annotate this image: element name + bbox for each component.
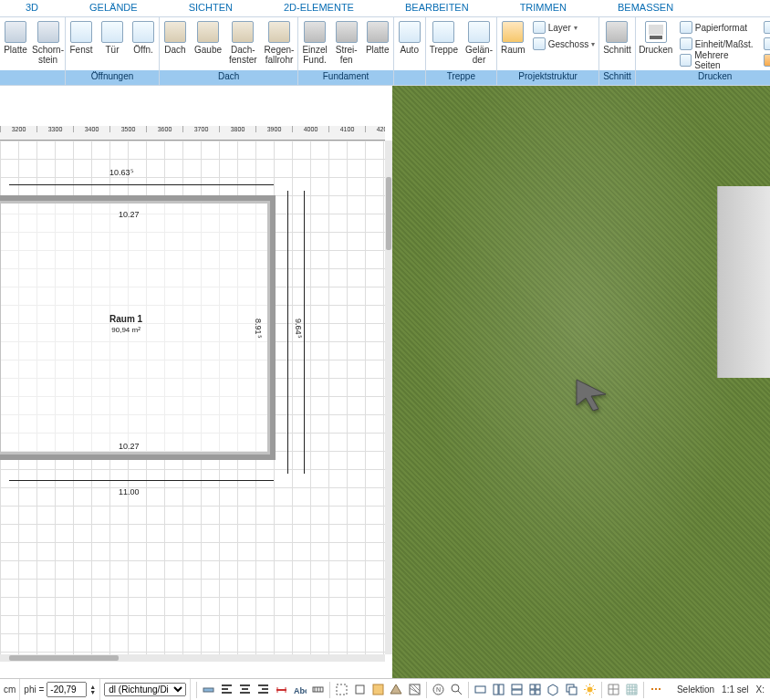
schnitt-button[interactable]: Schnitt — [599, 17, 635, 55]
streifenfundament-label: Strei- fen — [336, 45, 358, 65]
tool-hatch-icon[interactable] — [406, 681, 423, 698]
gaube-button[interactable]: Gaube — [191, 17, 225, 55]
tool-view4-icon[interactable] — [526, 681, 544, 698]
plan-2d-view[interactable]: 3200330034003500360037003800390040004100… — [0, 86, 392, 678]
treppe-button[interactable]: Treppe — [426, 17, 462, 55]
plan-vscroll[interactable] — [385, 141, 392, 654]
building-3d[interactable] — [717, 186, 770, 378]
tool-view1-icon[interactable] — [472, 681, 489, 698]
fundament-platte-button[interactable]: Platte — [362, 17, 393, 55]
dachfenster-button[interactable]: Dach- fenster — [225, 17, 261, 65]
tool-layer-icon[interactable] — [200, 681, 217, 698]
plan-grid[interactable]: 10.63⁵ 10.27 10.27 11.00 8.91⁵ 9.64⁵ Rau… — [0, 141, 385, 654]
tool-sun-icon[interactable] — [581, 681, 598, 698]
einheit-label: Einheit/Maßst. — [695, 39, 754, 49]
streifenfundament-button[interactable]: Strei- fen — [331, 17, 362, 65]
fenster-button[interactable]: Fenst — [66, 17, 97, 55]
tool-crop-icon[interactable] — [351, 681, 369, 698]
plan-hscroll-thumb[interactable] — [9, 655, 119, 661]
tab-trimmen[interactable]: TRIMMEN — [494, 0, 592, 16]
tool-view3-icon[interactable] — [508, 681, 525, 698]
tool-duplicate-icon[interactable] — [563, 681, 580, 698]
tool-dimension-icon[interactable] — [273, 681, 290, 698]
dach-button[interactable]: Dach — [160, 17, 191, 55]
papierformat-button[interactable]: Papierformat — [676, 19, 758, 36]
drucken-icon — [645, 21, 667, 43]
tool-align-center-icon[interactable] — [236, 681, 254, 698]
einzelfundament-button[interactable]: Einzel Fund. — [298, 17, 330, 65]
gelaender-icon — [468, 21, 490, 43]
grid-icon — [764, 21, 770, 34]
work-area: 3200330034003500360037003800390040004100… — [0, 86, 770, 678]
auto-icon — [399, 21, 421, 43]
schornstein-label: Schorn- stein — [32, 45, 64, 65]
plan-vscroll-thumb[interactable] — [386, 177, 391, 250]
status-selektion: Selektion — [677, 684, 714, 695]
svg-rect-12 — [475, 686, 485, 693]
layer-dropdown[interactable]: Layer — [529, 19, 598, 36]
fenster-label: Fenst — [69, 45, 92, 55]
svg-rect-20 — [536, 690, 540, 695]
phi-input[interactable] — [47, 682, 87, 697]
phi-step-down[interactable]: ▼ — [89, 690, 96, 695]
tab-3d[interactable]: 3D — [0, 0, 64, 16]
status-x: X: — [756, 684, 765, 695]
ra-button[interactable]: Ra — [760, 19, 770, 36]
streifenfundament-icon — [336, 21, 358, 43]
oeffnung-button[interactable]: Öffn. — [128, 17, 159, 55]
tab-sichten[interactable]: SICHTEN — [163, 0, 258, 16]
tuer-button[interactable]: Tür — [97, 17, 128, 55]
tool-align-left-icon[interactable] — [218, 681, 235, 698]
view-3d[interactable] — [392, 86, 770, 678]
dl-select[interactable]: dl (Richtung/Di — [104, 683, 186, 696]
tool-fill-icon[interactable] — [369, 681, 387, 698]
treppe-icon — [432, 21, 454, 43]
group-label-auto — [394, 70, 425, 85]
tool-text-icon[interactable]: Abc — [291, 681, 308, 698]
einheit-icon — [680, 37, 692, 50]
tool-north-icon[interactable]: N — [430, 681, 447, 698]
tool-iso-icon[interactable] — [545, 681, 562, 698]
papierformat-icon — [680, 21, 692, 34]
po-button[interactable]: Po — [760, 52, 770, 68]
drucken-button[interactable]: Drucken — [636, 17, 676, 55]
platte-button[interactable]: Platte — [0, 17, 31, 55]
tool-align-right-icon[interactable] — [255, 681, 272, 698]
schornstein-button[interactable]: Schorn- stein — [31, 17, 65, 65]
svg-rect-18 — [536, 684, 540, 689]
einzelfundament-label: Einzel Fund. — [302, 45, 327, 65]
tool-select-rect-icon[interactable] — [333, 681, 350, 698]
tab-gelaende[interactable]: GELÄNDE — [64, 0, 163, 16]
treppe-label: Treppe — [430, 45, 458, 55]
mehrere-seiten-button[interactable]: Mehrere Seiten — [676, 52, 758, 68]
ribbon: Platte Schorn- stein Fenst Tür Öffn. Öff… — [0, 16, 770, 86]
raum-button[interactable]: Raum — [497, 17, 529, 55]
dim-top-outer: 10.63⁵ — [109, 168, 134, 177]
tab-bearbeiten[interactable]: BEARBEITEN — [380, 0, 494, 16]
horizontal-ruler: 3200330034003500360037003800390040004100… — [0, 126, 385, 141]
tool-measure-icon[interactable] — [309, 681, 327, 698]
regenfallrohr-button[interactable]: Regen- fallrohr — [261, 17, 298, 65]
room-name: Raum 1 — [109, 314, 142, 324]
dachfenster-label: Dach- fenster — [229, 45, 257, 65]
tool-view2-icon[interactable] — [490, 681, 507, 698]
svg-rect-23 — [569, 687, 577, 695]
svg-point-24 — [588, 687, 593, 693]
auto-button[interactable]: Auto — [394, 17, 425, 55]
gelaender-button[interactable]: Gelän- der — [462, 17, 496, 65]
group-label-fundament: Fundament — [298, 70, 392, 85]
fenster-icon — [70, 21, 92, 43]
tool-snap-grid-icon[interactable] — [605, 681, 622, 698]
papierformat-label: Papierformat — [695, 23, 747, 33]
tool-roof-icon[interactable] — [388, 681, 405, 698]
schornstein-icon — [37, 21, 59, 43]
tab-2d-elemente[interactable]: 2D-ELEMENTE — [258, 0, 380, 16]
group-label-schnitt: Schnitt — [599, 70, 635, 85]
bl-button[interactable]: Bl — [760, 36, 770, 52]
tool-more-icon[interactable] — [647, 681, 664, 698]
tool-grid-icon[interactable] — [623, 681, 640, 698]
plan-hscroll[interactable] — [0, 654, 385, 662]
geschoss-dropdown[interactable]: Geschoss — [529, 36, 598, 52]
tab-bemassen[interactable]: BEMASSEN — [592, 0, 699, 16]
tool-zoom-icon[interactable] — [448, 681, 465, 698]
